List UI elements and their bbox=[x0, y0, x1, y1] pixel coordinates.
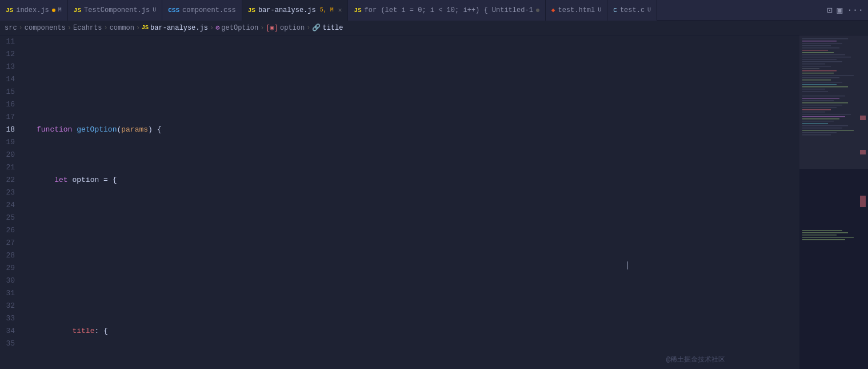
tab-test-html[interactable]: ◆ test.html U bbox=[546, 0, 607, 21]
param-params: params bbox=[121, 124, 148, 136]
line-num-27: 27 bbox=[5, 237, 19, 249]
svg-rect-29 bbox=[802, 100, 834, 101]
line-num-23: 23 bbox=[5, 187, 19, 199]
tab-untitled[interactable]: JS for (let i = 0; i < 10; i++) { Untitl… bbox=[348, 0, 545, 21]
svg-rect-47 bbox=[802, 235, 837, 236]
svg-rect-0 bbox=[802, 38, 848, 39]
close-icon[interactable]: ✕ bbox=[338, 6, 342, 14]
svg-rect-39 bbox=[802, 123, 828, 124]
prop-title: title bbox=[72, 325, 94, 338]
tab-bar: JS index.js M JS TestComponent.js U CSS … bbox=[0, 0, 868, 21]
line-num-21: 21 bbox=[5, 161, 19, 174]
svg-rect-32 bbox=[802, 107, 837, 108]
tab-badge: U bbox=[647, 7, 651, 13]
svg-rect-14 bbox=[802, 70, 837, 72]
svg-rect-38 bbox=[802, 121, 834, 122]
svg-rect-5 bbox=[802, 50, 828, 51]
breadcrumb-option-icon: [◉] bbox=[266, 23, 278, 32]
breadcrumb-components[interactable]: components bbox=[25, 24, 66, 32]
tab-label: TestComponent.js bbox=[84, 6, 150, 14]
tab-label: index.js bbox=[16, 6, 49, 14]
split-editor-icon[interactable]: ⊡ bbox=[827, 5, 833, 16]
tab-badge: U bbox=[153, 7, 156, 13]
line-num-12: 12 bbox=[5, 48, 19, 61]
svg-rect-8 bbox=[802, 57, 851, 58]
tab-index-js[interactable]: JS index.js M bbox=[0, 0, 68, 21]
modified-indicator bbox=[52, 9, 55, 12]
sep: › bbox=[136, 24, 140, 32]
svg-rect-25 bbox=[860, 150, 866, 154]
tab-test-c[interactable]: C test.c U bbox=[607, 0, 657, 21]
breadcrumb-file[interactable]: bar-analyse.js bbox=[150, 24, 208, 32]
tab-badge: U bbox=[598, 7, 601, 13]
sep: › bbox=[19, 24, 23, 32]
tab-bar-analyse-js[interactable]: JS bar-analyse.js 5, M ✕ bbox=[242, 0, 349, 21]
breadcrumb: src › components › Ecahrts › common › JS… bbox=[0, 21, 868, 35]
code-line-14 bbox=[34, 224, 799, 237]
line-num-33: 33 bbox=[5, 312, 19, 325]
code-line-13: let option = { bbox=[34, 174, 799, 187]
breadcrumb-common[interactable]: common bbox=[110, 24, 134, 32]
line-num-16: 16 bbox=[5, 98, 19, 111]
breadcrumb-ecahrts[interactable]: Ecahrts bbox=[73, 24, 102, 32]
tab-label: test.html bbox=[558, 6, 595, 14]
code-content[interactable]: function getOption(params) { let option … bbox=[32, 35, 799, 369]
line-num-35: 35 bbox=[5, 338, 19, 350]
line-num-25: 25 bbox=[5, 212, 19, 224]
line-num-15: 15 bbox=[5, 86, 19, 98]
svg-rect-9 bbox=[802, 59, 837, 60]
tab-label: test.c bbox=[620, 6, 645, 14]
gutter bbox=[24, 35, 32, 369]
paren-close: ) { bbox=[148, 124, 161, 136]
line-num-24: 24 bbox=[5, 199, 19, 212]
minimap bbox=[799, 35, 868, 369]
sep: › bbox=[67, 24, 71, 32]
svg-rect-7 bbox=[802, 54, 845, 55]
tab-label: component.css bbox=[182, 6, 236, 14]
tab-actions: ⊡ ▣ ··· bbox=[827, 5, 868, 16]
layout-icon[interactable]: ▣ bbox=[837, 5, 843, 16]
svg-rect-17 bbox=[802, 77, 839, 78]
svg-rect-11 bbox=[802, 64, 825, 65]
line-num-14: 14 bbox=[5, 73, 19, 86]
tab-component-css[interactable]: CSS component.css bbox=[162, 0, 242, 21]
js-icon: JS bbox=[6, 7, 13, 14]
svg-rect-27 bbox=[802, 96, 845, 97]
tab-testcomponent-js[interactable]: JS TestComponent.js U bbox=[68, 0, 162, 21]
js-breadcrumb-icon: JS bbox=[142, 25, 149, 31]
sep: › bbox=[103, 24, 107, 32]
c-icon: C bbox=[613, 7, 617, 14]
line-num-19: 19 bbox=[5, 136, 19, 149]
line-num-29: 29 bbox=[5, 262, 19, 275]
more-icon[interactable]: ··· bbox=[847, 5, 863, 15]
svg-rect-6 bbox=[802, 52, 834, 53]
sep: › bbox=[306, 24, 310, 32]
svg-rect-36 bbox=[802, 116, 845, 117]
svg-rect-34 bbox=[802, 112, 825, 113]
breadcrumb-title[interactable]: title bbox=[322, 24, 343, 32]
code-line-15 bbox=[34, 275, 799, 287]
svg-rect-3 bbox=[802, 45, 831, 46]
svg-rect-4 bbox=[802, 47, 839, 49]
js-icon: JS bbox=[354, 7, 361, 14]
line-num-20: 20 bbox=[5, 149, 19, 161]
svg-rect-12 bbox=[802, 66, 831, 67]
breadcrumb-option[interactable]: option bbox=[280, 24, 305, 32]
breadcrumb-getOption[interactable]: getOption bbox=[221, 24, 258, 32]
line-num-30: 30 bbox=[5, 275, 19, 287]
line-num-18: 18 bbox=[5, 124, 19, 136]
editor[interactable]: 11 12 13 14 15 16 17 18 19 20 21 22 23 2… bbox=[0, 35, 799, 369]
svg-rect-49 bbox=[802, 239, 845, 240]
html-icon: ◆ bbox=[551, 6, 555, 14]
line-num-26: 26 bbox=[5, 224, 19, 237]
breadcrumb-src[interactable]: src bbox=[5, 24, 17, 32]
svg-rect-21 bbox=[802, 86, 848, 88]
svg-rect-41 bbox=[802, 128, 842, 129]
line-num-28: 28 bbox=[5, 249, 19, 262]
svg-rect-31 bbox=[802, 105, 842, 106]
line-num-13: 13 bbox=[5, 61, 19, 73]
equals: = { bbox=[99, 174, 117, 187]
main-area: 11 12 13 14 15 16 17 18 19 20 21 22 23 2… bbox=[0, 35, 868, 369]
line-num-32: 32 bbox=[5, 300, 19, 312]
code-line-16: title: { bbox=[34, 325, 799, 338]
